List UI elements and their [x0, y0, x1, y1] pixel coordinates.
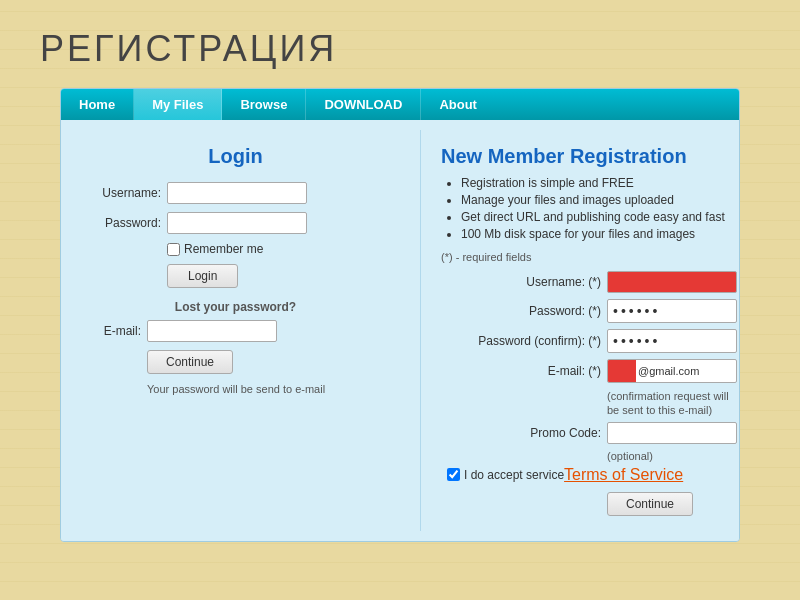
content-area: Login Username: Password: Remember me Lo…: [61, 120, 739, 541]
reg-benefits: Registration is simple and FREE Manage y…: [441, 176, 737, 241]
username-label: Username:: [81, 186, 161, 200]
reg-password-row: Password: (*): [441, 299, 737, 323]
login-button[interactable]: Login: [167, 264, 238, 288]
remember-label: Remember me: [184, 242, 263, 256]
continue-button[interactable]: Continue: [147, 350, 233, 374]
gmail-text: @gmail.com: [636, 365, 699, 377]
reg-title: New Member Registration: [441, 145, 737, 168]
login-button-row: Login: [167, 264, 390, 288]
reg-promo-input[interactable]: [607, 422, 737, 444]
tos-text: I do accept service: [464, 468, 564, 482]
nav-item-about[interactable]: About: [421, 89, 495, 120]
tos-link[interactable]: Terms of Service: [564, 466, 683, 484]
reg-username-label: Username: (*): [441, 275, 601, 289]
reg-promo-row: Promo Code:: [441, 422, 737, 444]
benefit-3: Get direct URL and publishing code easy …: [461, 210, 737, 224]
password-input[interactable]: [167, 212, 307, 234]
tos-checkbox[interactable]: [447, 468, 460, 481]
benefit-2: Manage your files and images uploaded: [461, 193, 737, 207]
login-section: Login Username: Password: Remember me Lo…: [61, 130, 421, 531]
lost-password-title: Lost your password?: [81, 300, 390, 314]
benefit-1: Registration is simple and FREE: [461, 176, 737, 190]
benefit-4: 100 Mb disk space for your files and ima…: [461, 227, 737, 241]
reg-password-label: Password: (*): [441, 304, 601, 318]
reg-password-confirm-row: Password (confirm): (*): [441, 329, 737, 353]
email-confirm-note: (confirmation request will be sent to th…: [607, 389, 737, 418]
nav-bar: Home My Files Browse DOWNLOAD About: [61, 89, 739, 120]
username-input[interactable]: [167, 182, 307, 204]
reg-continue-row: Continue: [607, 492, 737, 516]
reg-username-row: Username: (*): [441, 271, 737, 293]
password-label: Password:: [81, 216, 161, 230]
remember-row: Remember me: [167, 242, 390, 256]
login-title: Login: [81, 145, 390, 168]
optional-note: (optional): [607, 450, 737, 462]
email-input[interactable]: [147, 320, 277, 342]
main-container: Home My Files Browse DOWNLOAD About Logi…: [60, 88, 740, 542]
email-label: E-mail:: [81, 324, 141, 338]
reg-email-field: @gmail.com: [607, 359, 737, 383]
remember-checkbox[interactable]: [167, 243, 180, 256]
reg-password-input[interactable]: [607, 299, 737, 323]
reg-password-confirm-input[interactable]: [607, 329, 737, 353]
reg-email-label: E-mail: (*): [441, 364, 601, 378]
page-title: РЕГИСТРАЦИЯ: [0, 0, 800, 88]
nav-item-myfiles[interactable]: My Files: [134, 89, 222, 120]
continue-button-row: Continue: [147, 350, 390, 374]
email-row: E-mail:: [81, 320, 390, 342]
password-note: Your password will be send to e-mail: [147, 382, 327, 397]
registration-section: New Member Registration Registration is …: [421, 130, 740, 531]
nav-item-download[interactable]: DOWNLOAD: [306, 89, 421, 120]
nav-item-home[interactable]: Home: [61, 89, 134, 120]
username-row: Username:: [81, 182, 390, 204]
gmail-red-block: [608, 360, 636, 382]
reg-username-field-blurred: [607, 271, 737, 293]
tos-row: I do accept service Terms of Service: [447, 466, 737, 484]
required-note: (*) - required fields: [441, 251, 737, 263]
nav-item-browse[interactable]: Browse: [222, 89, 306, 120]
reg-promo-label: Promo Code:: [441, 426, 601, 440]
reg-password-confirm-label: Password (confirm): (*): [441, 334, 601, 348]
password-row: Password:: [81, 212, 390, 234]
reg-email-row: E-mail: (*) @gmail.com: [441, 359, 737, 383]
reg-continue-button[interactable]: Continue: [607, 492, 693, 516]
